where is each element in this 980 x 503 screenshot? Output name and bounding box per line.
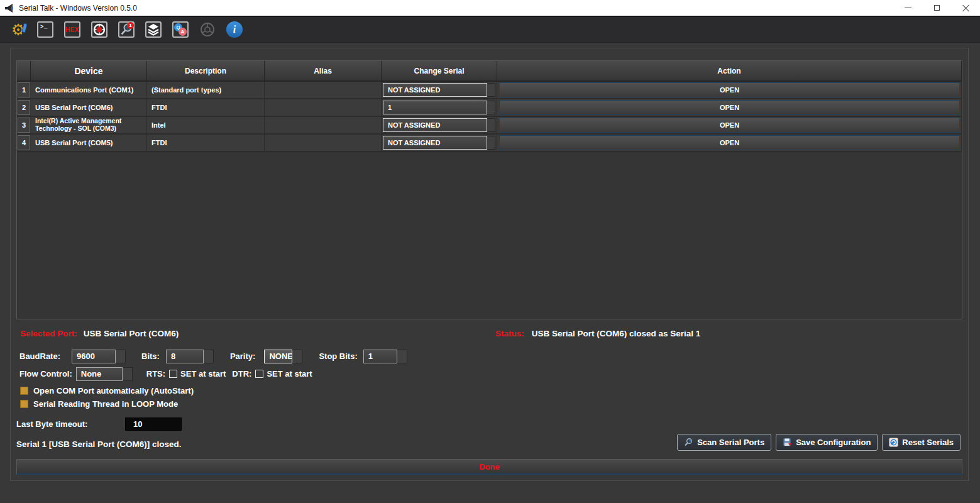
close-button[interactable] [951, 0, 980, 16]
alias-cell[interactable] [265, 135, 382, 151]
action-cell: OPEN [497, 117, 962, 133]
window-title: Serial Talk - Windows Version 0.5.0 [19, 4, 137, 13]
scan-magnifier-icon [684, 438, 693, 447]
minimize-icon [905, 8, 911, 8]
device-cell: USB Serial Port (COM6) [31, 99, 147, 116]
change-serial-cell: NOT ASSIGNED [382, 135, 497, 151]
settings-gear-icon: ⚙ [9, 21, 27, 38]
flow-control-row: Flow Control: None RTS: SET at start DTR… [19, 367, 312, 381]
open-port-button[interactable]: OPEN [499, 118, 960, 133]
settings-button[interactable]: ⚙ [9, 21, 27, 38]
layers-button[interactable] [145, 21, 162, 38]
table-row[interactable]: 1 Communications Port (COM1) (Standard p… [17, 82, 962, 99]
baudrate-combo[interactable]: 9600 [72, 350, 126, 363]
rts-checkbox[interactable] [169, 370, 177, 378]
alias-cell[interactable] [265, 117, 382, 133]
change-serial-input[interactable]: NOT ASSIGNED [383, 118, 487, 132]
selected-port-label: Selected Port: [20, 329, 77, 338]
open-port-button[interactable]: OPEN [499, 135, 960, 150]
table-row[interactable]: 4 USB Serial Port (COM5) FTDI NOT ASSIGN… [17, 135, 962, 152]
stop-bits-dropdown-strip[interactable] [397, 350, 407, 363]
about-button[interactable]: i [226, 21, 243, 38]
port-wheel-icon [91, 21, 107, 38]
header-description: Description [147, 61, 265, 80]
parity-combo[interactable]: NONE [264, 350, 302, 363]
minimize-button[interactable] [893, 0, 922, 16]
maximize-button[interactable] [922, 0, 951, 16]
stop-bits-combo[interactable]: 1 [363, 350, 407, 363]
header-change-serial: Change Serial [382, 61, 497, 80]
titlebar: Serial Talk - Windows Version 0.5.0 [0, 0, 980, 16]
bits-dropdown-strip[interactable] [204, 350, 214, 363]
open-port-button[interactable]: OPEN [499, 100, 960, 115]
loop-mode-checkbox[interactable] [20, 400, 28, 408]
terminal-icon: >_ [37, 21, 53, 38]
change-serial-input[interactable]: 1 [383, 101, 487, 114]
flow-control-value: None [76, 367, 123, 381]
bits-value: 8 [166, 350, 204, 363]
toolbar: ⚙ >_ HEX 1 [0, 16, 980, 43]
qa-help-button[interactable]: Q A [172, 21, 189, 38]
reset-serials-button[interactable]: Reset Serials [882, 434, 961, 451]
dtr-checkbox[interactable] [255, 370, 263, 378]
autostart-checkbox[interactable] [20, 387, 28, 395]
device-cell: Communications Port (COM1) [31, 82, 147, 98]
selected-port-value: USB Serial Port (COM6) [84, 329, 179, 338]
change-serial-input[interactable]: NOT ASSIGNED [383, 83, 487, 97]
scan-serial-ports-button[interactable]: Scan Serial Ports [677, 434, 771, 451]
footer-buttons: Scan Serial Ports Save Configuration Res… [677, 434, 961, 451]
timeout-input[interactable] [125, 417, 182, 431]
baudrate-dropdown-strip[interactable] [116, 350, 126, 363]
close-icon [962, 4, 969, 11]
header-alias: Alias [265, 61, 382, 80]
flow-control-dropdown-strip[interactable] [123, 367, 133, 381]
open-port-button[interactable]: OPEN [499, 82, 960, 97]
layers-icon [145, 21, 162, 38]
rts-label: RTS: [146, 369, 165, 379]
table-row[interactable]: 3 Intel(R) Active Management Technology … [17, 117, 962, 135]
change-serial-spinner[interactable] [487, 83, 495, 97]
alias-cell[interactable] [265, 99, 382, 116]
port-monitor-button[interactable] [91, 21, 108, 38]
wheel-disabled-button [199, 21, 216, 38]
maximize-icon [934, 5, 940, 11]
row-number: 3 [18, 118, 30, 133]
parity-value: NONE [264, 350, 292, 363]
description-cell: FTDI [147, 99, 265, 116]
parity-dropdown-strip[interactable] [292, 350, 302, 363]
bits-label: Bits: [141, 351, 160, 361]
loop-mode-label: Serial Reading Thread in LOOP Mode [33, 399, 178, 409]
search-devices-button[interactable]: 1 [118, 21, 135, 38]
autostart-label: Open COM Port automatically (AutoStart) [33, 386, 194, 395]
alias-cell[interactable] [265, 82, 382, 98]
header-device: Device [31, 61, 147, 80]
serial-params-row: BaudRate: 9600 Bits: 8 Parity: NONE Stop… [19, 349, 407, 363]
status-label: Status: [495, 329, 524, 338]
table-row[interactable]: 2 USB Serial Port (COM6) FTDI 1 OPEN [17, 99, 962, 117]
reset-circle-icon [889, 438, 898, 447]
parity-label: Parity: [230, 351, 255, 361]
terminal-button[interactable]: >_ [36, 21, 54, 38]
loop-mode-option: Serial Reading Thread in LOOP Mode [20, 399, 178, 409]
table-header-row: Device Description Alias Change Serial A… [17, 61, 962, 82]
selected-port-row: Selected Port: USB Serial Port (COM6) [20, 329, 179, 338]
dtr-label: DTR: [232, 369, 251, 379]
info-icon: i [226, 21, 243, 38]
change-serial-spinner[interactable] [487, 136, 495, 150]
save-configuration-button[interactable]: Save Configuration [776, 434, 878, 451]
change-serial-input[interactable]: NOT ASSIGNED [383, 136, 487, 150]
baudrate-label: BaudRate: [19, 351, 60, 361]
change-serial-spinner[interactable] [487, 101, 495, 114]
wheel-disabled-icon [199, 21, 216, 38]
bits-combo[interactable]: 8 [166, 350, 214, 363]
save-floppy-icon [783, 438, 792, 447]
action-cell: OPEN [497, 82, 962, 98]
ports-table: Device Description Alias Change Serial A… [16, 60, 962, 319]
progress-text: Done [479, 462, 500, 472]
hex-view-button[interactable]: HEX [63, 21, 81, 38]
rts-set-label: SET at start [180, 369, 226, 379]
change-serial-spinner[interactable] [487, 118, 495, 132]
hex-icon: HEX [64, 21, 80, 38]
flow-control-combo[interactable]: None [76, 367, 133, 381]
row-number: 4 [18, 135, 30, 150]
